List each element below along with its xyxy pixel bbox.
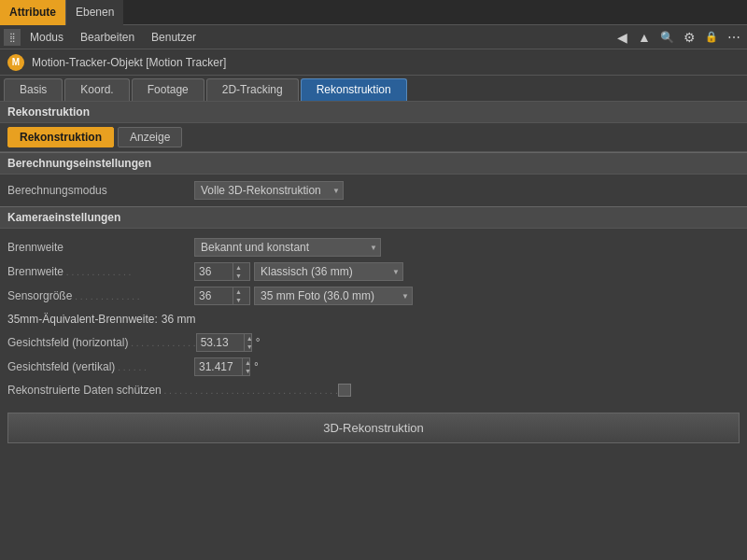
action-3d-button[interactable]: 3D-Rekonstruktion: [7, 413, 740, 443]
subtab-rekonstruktion[interactable]: Rekonstruktion: [7, 127, 114, 147]
brennweite-num-input[interactable]: [195, 263, 233, 280]
sensorgroesse-num-wrapper: ▲ ▼: [194, 287, 250, 305]
lock-icon[interactable]: 🔒: [702, 28, 721, 47]
gesichtsfeld-v-unit: °: [254, 360, 259, 373]
gesichtsfeld-v-row: Gesichtsfeld (vertikal) ▲ ▼ °: [0, 355, 747, 379]
sensorgroesse-preset-wrapper: 35 mm Foto (36.0 mm) APS-C (23.6 mm) MFT…: [254, 287, 413, 305]
search-icon[interactable]: 🔍: [657, 28, 676, 47]
gesichtsfeld-h-num-wrapper: ▲ ▼: [196, 333, 252, 352]
berechnungs-heading: Berechnungseinstellungen: [0, 152, 747, 175]
brennweite-arrows: ▲ ▼: [233, 263, 244, 280]
tab-footage[interactable]: Footage: [132, 78, 204, 101]
aequivalent-value: 36 mm: [162, 313, 196, 326]
gesichtsfeld-h-down[interactable]: ▼: [245, 343, 255, 351]
gesichtsfeld-h-input[interactable]: [197, 334, 244, 351]
menu-modus[interactable]: Modus: [22, 29, 71, 46]
sensorgroesse-arrows: ▲ ▼: [233, 287, 244, 304]
brennweite-preset-wrapper: Klassisch (36 mm) Weitwinkel (20 mm) Tel…: [254, 262, 403, 281]
gesichtsfeld-h-unit: °: [256, 336, 261, 349]
aequivalent-text: 35mm-Äquivalent-Brennweite:: [7, 313, 158, 326]
brennweite-val-row: Brennweite ▲ ▼ Klassisch (36 mm) Weitwin…: [0, 259, 747, 284]
grid-icon[interactable]: ⣿: [4, 29, 21, 46]
brennweite-val-label: Brennweite: [7, 265, 194, 278]
berechnungsmodus-select[interactable]: Volle 3D-Rekonstruktion Kamera lösen Obj…: [194, 181, 344, 200]
object-icon: M: [7, 54, 24, 71]
gesichtsfeld-v-down[interactable]: ▼: [243, 367, 253, 375]
brennweite-mode-wrapper: Bekannt und konstant Unbekannt Variabel: [194, 238, 381, 257]
arrow-up-icon[interactable]: ▲: [635, 28, 654, 47]
sensorgroesse-up-arrow[interactable]: ▲: [233, 287, 244, 296]
gesichtsfeld-v-up[interactable]: ▲: [243, 358, 253, 367]
berechnungsmodus-row: Berechnungsmodus Volle 3D-Rekonstruktion…: [0, 178, 747, 203]
brennweite-mode-label: Brennweite: [7, 241, 194, 254]
subtab-anzeige[interactable]: Anzeige: [118, 127, 182, 147]
rekonstruierte-checkbox[interactable]: [338, 384, 351, 397]
tab-koord[interactable]: Koord.: [64, 78, 129, 101]
sensorgroesse-row: Sensorgröße ▲ ▼ 35 mm Foto (36.0 mm) APS…: [0, 284, 747, 308]
object-title-text: Motion-Tracker-Objekt [Motion Tracker]: [32, 56, 226, 69]
brennweite-mode-select[interactable]: Bekannt und konstant Unbekannt Variabel: [194, 238, 381, 257]
gesichtsfeld-v-arrows: ▲ ▼: [242, 358, 253, 375]
sensorgroesse-down-arrow[interactable]: ▼: [233, 296, 244, 304]
arrow-left-icon[interactable]: ◀: [613, 28, 631, 47]
gesichtsfeld-v-num-wrapper: ▲ ▼: [194, 357, 250, 376]
rekonstruierte-label: Rekonstruierte Daten schützen: [7, 384, 338, 397]
brennweite-mode-row: Brennweite Bekannt und konstant Unbekann…: [0, 232, 747, 259]
berechnungsmodus-wrapper: Volle 3D-Rekonstruktion Kamera lösen Obj…: [194, 181, 344, 200]
tab-rekonstruktion[interactable]: Rekonstruktion: [301, 78, 407, 101]
gesichtsfeld-h-up[interactable]: ▲: [245, 334, 255, 343]
brennweite-num-wrapper: ▲ ▼: [194, 262, 250, 281]
brennweite-preset-select[interactable]: Klassisch (36 mm) Weitwinkel (20 mm) Tel…: [254, 262, 403, 281]
sensorgroesse-label: Sensorgröße: [7, 289, 194, 302]
more-icon[interactable]: ⋯: [725, 28, 743, 47]
tab-2dtracking[interactable]: 2D-Tracking: [206, 78, 299, 101]
tab-basis[interactable]: Basis: [4, 78, 63, 101]
tab-attribute[interactable]: Attribute: [0, 0, 65, 25]
berechnungsmodus-label: Berechnungsmodus: [7, 184, 194, 197]
gesichtsfeld-v-label: Gesichtsfeld (vertikal): [7, 360, 194, 373]
settings-icon[interactable]: ⚙: [680, 28, 698, 47]
aequivalent-row: 35mm-Äquivalent-Brennweite: 36 mm: [0, 308, 747, 330]
menu-bearbeiten[interactable]: Bearbeiten: [73, 29, 142, 46]
gesichtsfeld-h-arrows: ▲ ▼: [244, 334, 255, 351]
brennweite-down-arrow[interactable]: ▼: [233, 272, 244, 280]
kamera-heading: Kameraeinstellungen: [0, 206, 747, 229]
rekonstruierte-row: Rekonstruierte Daten schützen: [0, 379, 747, 401]
brennweite-up-arrow[interactable]: ▲: [233, 263, 244, 272]
gesichtsfeld-v-input[interactable]: [195, 358, 242, 375]
section-title: Rekonstruktion: [0, 102, 747, 123]
sensorgroesse-num-input[interactable]: [195, 287, 233, 304]
tab-ebenen[interactable]: Ebenen: [65, 0, 123, 25]
menu-benutzer[interactable]: Benutzer: [144, 29, 204, 46]
gesichtsfeld-h-row: Gesichtsfeld (horizontal) ▲ ▼ °: [0, 330, 747, 355]
gesichtsfeld-h-label: Gesichtsfeld (horizontal): [7, 336, 196, 349]
sensorgroesse-preset-select[interactable]: 35 mm Foto (36.0 mm) APS-C (23.6 mm) MFT…: [254, 287, 413, 305]
